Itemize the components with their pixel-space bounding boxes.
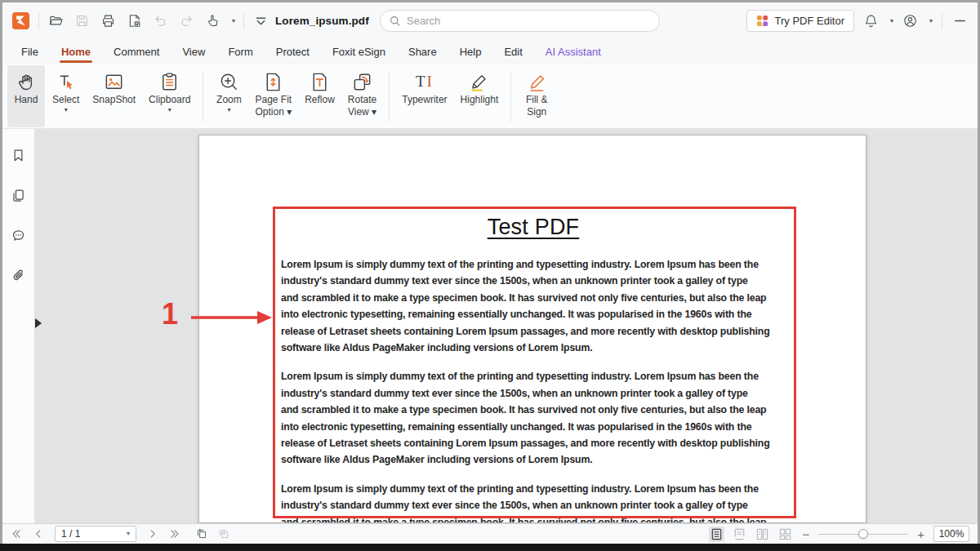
menu-item-file[interactable]: File: [10, 39, 50, 64]
sidebar-panel-pages-button[interactable]: [9, 185, 29, 205]
toolbar-label: View ▾: [348, 106, 376, 118]
document-tab-title[interactable]: Lorem_ipsum.pdf: [275, 15, 369, 27]
last-page-button[interactable]: [169, 528, 180, 540]
previous-page-button[interactable]: [33, 528, 44, 540]
divider: [942, 13, 942, 29]
foxit-logo-icon: [12, 12, 29, 29]
toolbar-clipboard-button[interactable]: Clipboard▾: [143, 65, 196, 127]
page-number-box[interactable]: 1 / 1 ▾: [55, 526, 136, 542]
toolbar-label: Hand: [15, 94, 38, 106]
zoom-slider[interactable]: [818, 528, 908, 540]
hand-pointer-caret-icon[interactable]: ▾: [232, 18, 235, 24]
bell-caret-icon[interactable]: ▾: [890, 18, 893, 24]
snapshot-icon: [103, 69, 125, 94]
rotate-view-icon: [351, 69, 373, 94]
bell-icon[interactable]: [863, 13, 880, 29]
toolbar-label: Fill &: [526, 94, 548, 106]
panel-expand-handle[interactable]: [35, 318, 42, 328]
menu-item-view[interactable]: View: [171, 39, 216, 64]
next-page-button[interactable]: [147, 528, 158, 540]
toolbar-divider: [389, 71, 390, 122]
try-pdf-editor-button[interactable]: Try PDF Editor: [746, 10, 853, 32]
toolbar-label: Highlight: [461, 94, 499, 106]
toolbar-label: Reflow: [305, 94, 335, 106]
toolbar-label: Typewriter: [402, 94, 447, 106]
export-icon[interactable]: [126, 13, 142, 29]
search-icon: [389, 15, 401, 27]
zoom-slider-knob[interactable]: [858, 529, 868, 539]
sidebar-panel-attachments-button[interactable]: [9, 265, 29, 285]
toolbar-rotate-view-button[interactable]: RotateView ▾: [342, 65, 382, 127]
toolbar-caret-icon[interactable]: ▾: [168, 106, 172, 113]
menu-item-help[interactable]: Help: [448, 39, 493, 64]
toolbar-caret-icon[interactable]: ▾: [65, 106, 68, 113]
toolbar-snapshot-button[interactable]: SnapShot: [87, 65, 141, 127]
toolbar-reflow-button[interactable]: Reflow: [299, 65, 341, 127]
zoom-in-button[interactable]: +: [915, 528, 926, 540]
divider: [38, 13, 39, 29]
pdf-page[interactable]: Test PDF Lorem Ipsum is simply dummy tex…: [198, 135, 866, 523]
menu-item-form[interactable]: Form: [216, 39, 264, 64]
toolbar-caret-icon[interactable]: ▾: [227, 106, 230, 113]
hand-icon: [16, 69, 38, 94]
toolbar-highlight-button[interactable]: Highlight: [455, 65, 505, 127]
toolbar-page-fit-button[interactable]: Page FitOption ▾: [249, 65, 297, 127]
bookmarks-icon: [11, 148, 26, 163]
menu-item-ai-assistant[interactable]: AI Assistant: [534, 39, 612, 64]
menu-item-home[interactable]: Home: [50, 39, 102, 64]
search-input[interactable]: [407, 15, 651, 27]
next-view-button[interactable]: [218, 528, 229, 540]
attachments-icon: [11, 268, 26, 283]
view-mode-facing[interactable]: [755, 527, 770, 542]
callout-arrow-icon[interactable]: [189, 309, 274, 327]
toolbar-hand-button[interactable]: Hand: [7, 65, 45, 127]
page-box-caret-icon: ▾: [127, 531, 130, 537]
menu-item-protect[interactable]: Protect: [265, 39, 321, 64]
toolbar-select-button[interactable]: Select▾: [47, 65, 85, 127]
navigation-panel-bar: [2, 129, 35, 523]
sidebar-panel-comments-button[interactable]: [9, 225, 29, 245]
previous-view-button[interactable]: [196, 528, 207, 540]
toolbar-zoom-button[interactable]: Zoom▾: [210, 65, 247, 127]
divider: [243, 13, 244, 29]
toolbar-label: Option ▾: [255, 106, 292, 118]
pdf-editor-icon: [756, 15, 768, 27]
highlight-icon: [468, 69, 490, 94]
tab-list-icon[interactable]: [252, 13, 269, 29]
document-area: Test PDF Lorem Ipsum is simply dummy tex…: [2, 129, 978, 523]
minimize-button[interactable]: [951, 13, 968, 29]
sidebar-panel-bookmarks-button[interactable]: [9, 145, 29, 165]
view-mode-single-page[interactable]: [709, 527, 724, 542]
toolbar-typewriter-button[interactable]: TITypewriter: [396, 65, 452, 127]
redo-icon: [178, 13, 194, 29]
zoom-level: 100%: [939, 528, 964, 540]
menu-item-share[interactable]: Share: [397, 39, 448, 64]
print-icon[interactable]: [100, 13, 116, 29]
menu-item-comment[interactable]: Comment: [102, 39, 171, 64]
toolbar-label: Page Fit: [255, 94, 292, 106]
toolbar-divider: [510, 71, 511, 122]
rectangle-annotation[interactable]: [273, 207, 796, 518]
page-indicator: 1 / 1: [61, 528, 80, 540]
try-pdf-editor-label: Try PDF Editor: [774, 15, 844, 27]
pages-icon: [11, 188, 26, 203]
view-mode-facing-continuous[interactable]: [777, 527, 793, 542]
account-icon[interactable]: [902, 13, 919, 29]
open-folder-icon[interactable]: [47, 13, 64, 29]
account-caret-icon[interactable]: ▾: [929, 18, 933, 24]
toolbar-fill-sign-button[interactable]: Fill &Sign: [518, 65, 555, 127]
clipboard-icon: [158, 69, 180, 94]
menu-item-edit[interactable]: Edit: [492, 39, 533, 64]
zoom-level-box[interactable]: 100%: [933, 526, 969, 542]
menu-bar: FileHomeCommentViewFormProtectFoxit eSig…: [2, 39, 978, 64]
zoom-out-button[interactable]: −: [800, 528, 811, 540]
hand-pointer-icon[interactable]: [204, 13, 220, 29]
typewriter-icon: TI: [413, 69, 435, 94]
svg-text:T: T: [416, 73, 425, 90]
toolbar-divider: [203, 71, 203, 122]
search-box[interactable]: [380, 10, 660, 32]
menu-item-foxit-esign[interactable]: Foxit eSign: [321, 39, 397, 64]
view-mode-continuous[interactable]: [732, 527, 747, 542]
select-icon: [55, 69, 77, 94]
first-page-button[interactable]: [11, 528, 22, 540]
